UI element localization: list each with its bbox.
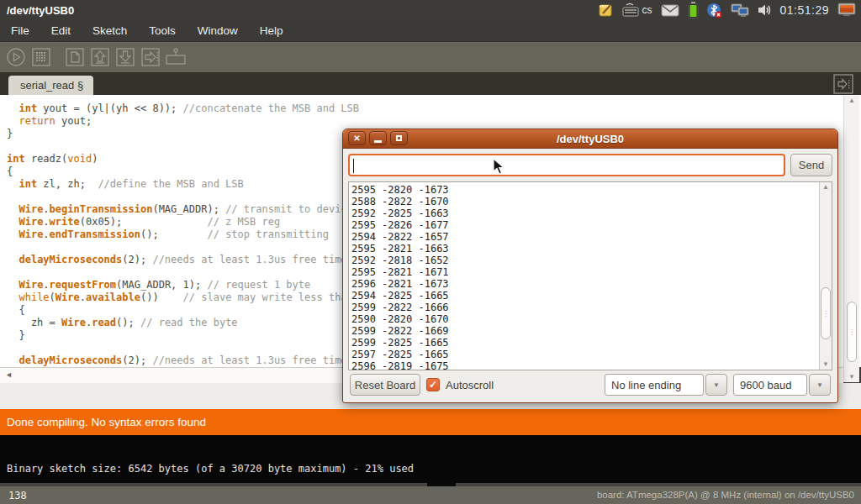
send-button[interactable]: Send xyxy=(790,154,832,176)
verify-button[interactable] xyxy=(5,46,27,68)
serial-window-title: /dev/ttyUSB0 xyxy=(557,133,624,145)
serial-input[interactable] xyxy=(348,154,785,176)
close-button[interactable]: ✕ xyxy=(348,131,366,145)
serial-output-lines: 2595 -2820 -16732588 -2822 -16702592 -28… xyxy=(349,182,832,370)
keyboard-icon[interactable] xyxy=(622,3,639,18)
serial-input-row: Send xyxy=(348,154,832,176)
scroll-down-arrow-icon[interactable]: ▼ xyxy=(844,372,859,382)
serial-line: 2599 -2822 -1669 xyxy=(351,325,832,337)
menu-item-edit[interactable]: Edit xyxy=(42,21,80,40)
code-line: int yout = (yl|(yh << 8)); //concatenate… xyxy=(7,102,861,115)
serial-monitor-window: ✕ /dev/ttyUSB0 Send 2595 -2820 -16732588… xyxy=(342,129,838,403)
mouse-cursor xyxy=(493,158,508,180)
toolbar xyxy=(0,42,861,72)
system-tray: cs 01:51:29 xyxy=(599,2,861,18)
open-button[interactable] xyxy=(89,46,111,68)
autoscroll-label: Autoscroll xyxy=(446,379,494,391)
mail-icon[interactable] xyxy=(661,3,679,17)
tab-menu-button[interactable] xyxy=(832,73,854,94)
serial-line: 2596 -2821 -1673 xyxy=(351,278,832,290)
maximize-icon xyxy=(396,135,402,141)
clock[interactable]: 01:51:29 xyxy=(780,3,830,17)
serial-line: 2595 -2820 -1673 xyxy=(351,184,832,196)
scroll-up-arrow-icon[interactable]: ▲ xyxy=(820,182,832,192)
checkmark-icon: ✓ xyxy=(429,380,437,390)
footer-status-bar: 138 board: ATmega328P(A) @ 8 MHz (intern… xyxy=(0,483,861,504)
menu-item-file[interactable]: File xyxy=(2,21,39,40)
minimize-icon xyxy=(374,140,382,143)
editor-vscrollbar[interactable]: ▲ ⋮ ▼ xyxy=(843,96,859,382)
notes-icon[interactable] xyxy=(599,3,614,18)
serial-line: 2595 -2821 -1663 xyxy=(351,243,832,255)
scroll-down-arrow-icon[interactable]: ▼ xyxy=(820,360,832,370)
reset-board-button[interactable]: Reset Board xyxy=(350,374,420,396)
bluetooth-icon[interactable] xyxy=(707,3,722,18)
tab-bar: serial_read § xyxy=(0,72,861,95)
baud-select[interactable]: 9600 baud ▼ xyxy=(733,374,831,396)
new-sketch-button[interactable] xyxy=(64,46,86,68)
line-number-indicator: 138 xyxy=(8,490,27,501)
scroll-left-arrow-icon[interactable]: ◄ xyxy=(5,370,13,379)
console-output: Binary sketch size: 6542 bytes (of a 307… xyxy=(7,463,414,475)
menu-bar: FileEditSketchToolsWindowHelp xyxy=(0,20,861,42)
baud-arrow-button[interactable]: ▼ xyxy=(809,374,831,396)
upload-button[interactable] xyxy=(140,46,161,68)
scroll-up-arrow-icon[interactable]: ▲ xyxy=(844,96,859,106)
code-line: return yout; xyxy=(7,115,861,128)
compile-status-bar: Done compiling. No syntax errors found xyxy=(0,409,861,435)
text-caret xyxy=(353,159,354,173)
serial-line: 2592 -2818 -1652 xyxy=(351,255,832,266)
network-icon[interactable] xyxy=(731,3,749,18)
top-panel: /dev/ttyUSB0 cs 01:51:29 xyxy=(0,0,861,20)
menu-item-tools[interactable]: Tools xyxy=(140,21,185,40)
line-ending-value[interactable]: No line ending xyxy=(605,374,704,396)
menu-item-sketch[interactable]: Sketch xyxy=(83,21,136,40)
autoscroll-checkbox[interactable]: ✓ xyxy=(426,378,440,391)
tab-serial-read[interactable]: serial_read § xyxy=(8,76,93,95)
line-ending-arrow-button[interactable]: ▼ xyxy=(705,374,727,396)
menu-item-help[interactable]: Help xyxy=(251,21,293,40)
desktop: /dev/ttyUSB0 cs 01:51:29 FileEditSketchT… xyxy=(0,0,861,504)
session-icon[interactable] xyxy=(837,3,856,18)
serial-line: 2592 -2825 -1663 xyxy=(351,207,832,219)
maximize-button[interactable] xyxy=(390,131,408,145)
serial-output-area[interactable]: 2595 -2820 -16732588 -2822 -16702592 -28… xyxy=(348,181,832,370)
minimize-button[interactable] xyxy=(369,131,387,145)
window-controls: ✕ xyxy=(348,131,408,145)
serial-line: 2599 -2822 -1666 xyxy=(351,302,832,313)
keyboard-layout-label[interactable]: cs xyxy=(642,4,652,16)
close-icon: ✕ xyxy=(353,134,360,143)
serial-vscrollbar[interactable]: ▲ ⋮ ▼ xyxy=(819,182,832,370)
serial-line: 2596 -2819 -1675 xyxy=(351,360,832,370)
window-title-panel: /dev/ttyUSB0 xyxy=(0,4,74,17)
console-hscrollbar-thumb[interactable] xyxy=(427,483,456,486)
save-button[interactable] xyxy=(114,46,136,68)
serial-monitor-button[interactable] xyxy=(165,46,187,68)
editor-vscrollbar-thumb[interactable]: ⋮ xyxy=(847,302,857,362)
serial-line: 2594 -2825 -1665 xyxy=(351,290,832,302)
chevron-down-icon: ▼ xyxy=(816,381,823,389)
serial-line: 2595 -2821 -1671 xyxy=(351,266,832,278)
compile-status-message: Done compiling. No syntax errors found xyxy=(0,416,206,428)
serial-controls-row: Reset Board ✓ Autoscroll No line ending … xyxy=(343,370,837,402)
serial-line: 2594 -2822 -1657 xyxy=(351,231,832,243)
serial-line: 2599 -2825 -1665 xyxy=(351,337,832,349)
serial-line: 2597 -2825 -1665 xyxy=(351,349,832,360)
serial-line: 2590 -2820 -1670 xyxy=(351,313,832,325)
battery-icon[interactable] xyxy=(688,2,699,18)
volume-icon[interactable] xyxy=(758,3,772,17)
console-panel: Binary sketch size: 6542 bytes (of a 307… xyxy=(0,435,861,483)
serial-vscrollbar-thumb[interactable]: ⋮ xyxy=(821,287,831,339)
chevron-down-icon: ▼ xyxy=(713,381,720,389)
serial-line: 2595 -2826 -1677 xyxy=(351,219,832,231)
board-info: board: ATmega328P(A) @ 8 MHz (internal) … xyxy=(597,490,854,500)
serial-line: 2588 -2822 -1670 xyxy=(351,196,832,207)
baud-value[interactable]: 9600 baud xyxy=(733,374,807,396)
console-hscrollbar[interactable] xyxy=(0,483,861,486)
stop-button[interactable] xyxy=(30,46,52,68)
menu-item-window[interactable]: Window xyxy=(188,21,247,40)
window-titlebar[interactable]: ✕ /dev/ttyUSB0 xyxy=(343,129,837,149)
line-ending-select[interactable]: No line ending ▼ xyxy=(605,374,727,396)
